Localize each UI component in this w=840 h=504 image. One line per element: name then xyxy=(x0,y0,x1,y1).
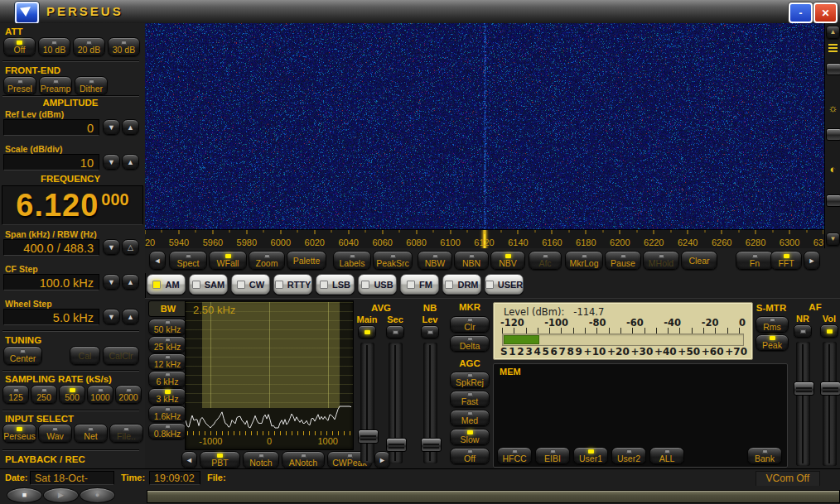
nbn-button[interactable]: NBN xyxy=(454,251,489,270)
agc-button[interactable]: Med xyxy=(450,410,490,426)
input-select-button[interactable]: Net xyxy=(74,424,108,443)
af-vol-toggle[interactable] xyxy=(820,324,838,338)
stop-button[interactable]: ■ xyxy=(7,487,42,503)
labels-button[interactable]: Labels xyxy=(333,251,371,270)
frequency-display[interactable]: 6.120 000 xyxy=(2,185,143,225)
waterfall-scroll-down-button[interactable]: ▼ xyxy=(826,233,840,246)
mkr-button[interactable]: Clr xyxy=(450,316,490,333)
file-progress-bar[interactable] xyxy=(147,490,840,503)
waterfall-brightness-slider[interactable] xyxy=(826,128,840,141)
input-select-button[interactable]: File.. xyxy=(109,424,143,443)
waterfall-contrast-slider[interactable] xyxy=(826,194,840,207)
mode-button[interactable]: USER xyxy=(485,274,524,295)
mode-button[interactable]: USB xyxy=(358,274,397,295)
tuning-center-button[interactable]: Center xyxy=(3,346,42,365)
input-select-button[interactable]: Wav xyxy=(38,424,72,443)
att-button[interactable]: 30 dB xyxy=(108,37,140,56)
cf-step-down-button[interactable]: ▼ xyxy=(103,274,120,290)
play-button[interactable]: ▶ xyxy=(43,487,79,503)
clear-button[interactable]: Clear xyxy=(681,251,717,270)
sampling-rate-button[interactable]: 2000 xyxy=(115,385,142,404)
mem-button[interactable]: ALL xyxy=(649,447,684,464)
front-end-button[interactable]: Preamp xyxy=(39,76,72,95)
record-button[interactable]: ● xyxy=(80,487,115,503)
nb-lev-slider[interactable] xyxy=(423,343,437,463)
att-button[interactable]: 10 dB xyxy=(38,37,70,56)
slider-handle[interactable] xyxy=(820,382,840,396)
af-nr-toggle[interactable] xyxy=(794,324,812,338)
slider-handle[interactable] xyxy=(421,438,442,452)
mode-button[interactable]: LSB xyxy=(316,274,355,295)
agc-button[interactable]: Off xyxy=(450,448,490,464)
bw-button[interactable]: 0.8kHz xyxy=(148,423,186,439)
filter-left-button[interactable]: ◄ xyxy=(181,451,197,468)
mode-button[interactable]: CW xyxy=(231,274,270,295)
avg-main-toggle[interactable] xyxy=(358,325,376,338)
avg-sec-slider[interactable] xyxy=(389,343,403,463)
mkr-button[interactable]: Delta xyxy=(450,335,490,352)
scale-field[interactable]: 10 xyxy=(3,154,99,170)
bw-button[interactable]: 12 kHz xyxy=(148,353,186,370)
slider-handle[interactable] xyxy=(794,382,814,396)
nbv-button[interactable]: NBV xyxy=(490,251,525,270)
pbt-button[interactable]: PBT xyxy=(200,451,240,468)
tuning-calclr-button[interactable]: CalClr xyxy=(103,346,139,365)
waterfall-scroll-up-button[interactable]: ▲ xyxy=(826,26,840,39)
scale-up-button[interactable]: ▲ xyxy=(122,154,139,170)
ref-lev-down-button[interactable]: ▼ xyxy=(103,119,120,135)
minimize-button[interactable]: - xyxy=(789,2,813,23)
wfall-button[interactable]: WFall xyxy=(209,251,247,270)
mode-button[interactable]: RTTY xyxy=(273,274,312,295)
waterfall-display[interactable] xyxy=(145,23,824,229)
bw-button[interactable]: 3 kHz xyxy=(148,388,186,405)
sampling-rate-button[interactable]: 125 xyxy=(2,385,29,404)
input-select-button[interactable]: Perseus xyxy=(2,424,36,443)
bw-button[interactable]: 6 kHz xyxy=(148,371,186,387)
span-field[interactable]: 400.0 / 488.3 xyxy=(3,239,99,256)
slider-handle[interactable] xyxy=(386,438,407,452)
sampling-rate-button[interactable]: 1000 xyxy=(87,385,113,404)
cf-step-up-button[interactable]: ▲ xyxy=(122,274,139,290)
sampling-rate-button[interactable]: 500 xyxy=(59,385,85,404)
frequency-scale[interactable]: 5920594059605980600060206040606060806100… xyxy=(145,229,823,250)
att-button[interactable]: Off xyxy=(3,37,36,56)
mem-button[interactable]: EIBI xyxy=(535,447,570,464)
s-mtr-button[interactable]: Rms xyxy=(756,316,789,333)
af-nr-slider[interactable] xyxy=(796,342,810,466)
zoom-button[interactable]: Zoom xyxy=(249,251,285,270)
avg-main-slider[interactable] xyxy=(360,343,374,463)
avg-sec-toggle[interactable] xyxy=(386,325,404,338)
mhold-button[interactable]: MHold xyxy=(643,251,679,270)
mem-button[interactable]: User2 xyxy=(611,447,646,464)
span-up-button[interactable]: △ xyxy=(122,239,139,255)
mode-button[interactable]: AM xyxy=(147,274,186,295)
s-mtr-button[interactable]: Peak xyxy=(756,334,789,351)
front-end-button[interactable]: Presel xyxy=(3,76,36,95)
fn-button[interactable]: Fn xyxy=(736,251,774,270)
scale-left-button[interactable]: ◄ xyxy=(149,251,166,270)
mkrlog-button[interactable]: MkrLog xyxy=(565,251,603,270)
fft-button[interactable]: FFT xyxy=(770,251,802,270)
spect-button[interactable]: Spect xyxy=(169,251,207,270)
mode-button[interactable]: SAM xyxy=(189,274,228,295)
bw-button[interactable]: 1.6kHz xyxy=(148,406,186,422)
cf-step-field[interactable]: 100.0 kHz xyxy=(3,274,99,290)
agc-button[interactable]: Slow xyxy=(450,429,490,445)
agc-button[interactable]: Fast xyxy=(450,391,490,407)
att-button[interactable]: 20 dB xyxy=(73,37,105,56)
sampling-rate-button[interactable]: 250 xyxy=(31,385,57,404)
agc-button[interactable]: SpkRej xyxy=(450,372,490,388)
wheel-step-down-button[interactable]: ▼ xyxy=(103,309,120,324)
mem-button[interactable]: HFCC xyxy=(497,447,532,464)
bw-button[interactable]: 50 kHz xyxy=(148,319,186,335)
scale-right-button[interactable]: ► xyxy=(804,251,820,270)
slider-handle[interactable] xyxy=(358,430,379,444)
wheel-step-up-button[interactable]: ▲ xyxy=(122,309,139,324)
bank-button[interactable]: Bank xyxy=(747,447,782,464)
anotch-button[interactable]: ANotch xyxy=(282,451,325,468)
mem-button[interactable]: User1 xyxy=(573,447,608,464)
peaksrc-button[interactable]: PeakSrc xyxy=(373,251,413,270)
notch-button[interactable]: Notch xyxy=(243,451,279,468)
close-button[interactable]: ✕ xyxy=(813,2,838,23)
afc-button[interactable]: Afc xyxy=(529,251,562,270)
